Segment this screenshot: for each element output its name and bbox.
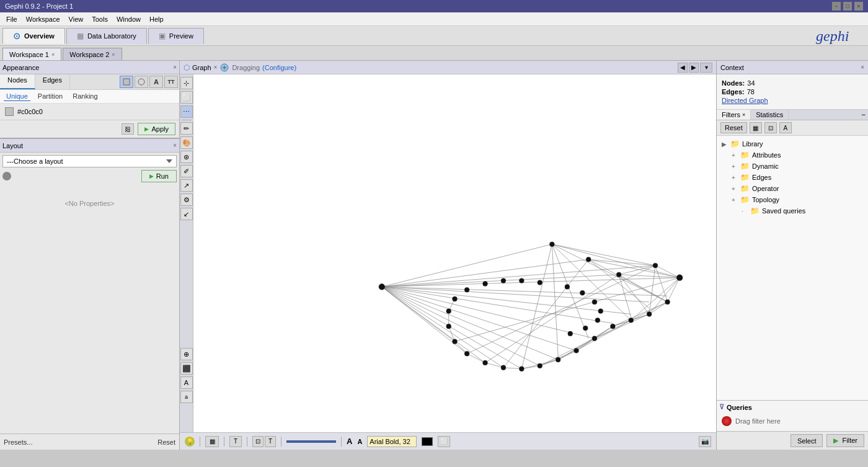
apply-label: Apply [151,125,169,133]
center-tool[interactable]: ⊕ [180,348,193,360]
filter-button[interactable]: ▶ Filter [826,434,864,447]
tree-topology[interactable]: + 📁 Topology [719,194,866,205]
workspace-tab-2[interactable]: Workspace 2 × [63,48,122,60]
statistics-label: Statistics [756,111,783,118]
status-text-btn[interactable]: T [229,436,242,447]
dot-select-tool[interactable]: ⋯ [180,105,193,118]
label-a-tool[interactable]: a [180,391,193,403]
color-tool[interactable] [120,76,133,88]
tab-overview[interactable]: ⊙ Overview [2,28,65,44]
svg-point-90 [501,365,506,370]
apply-button[interactable]: ▶ Apply [138,123,175,135]
nav-next-button[interactable]: ▶ [689,63,699,73]
light-bulb-icon: 💡 [185,437,195,447]
directed-graph-link[interactable]: Directed Graph [722,97,863,104]
settings-tool[interactable]: ⚙ [180,193,193,206]
appearance-close[interactable]: × [173,64,177,71]
graph-canvas[interactable] [193,74,716,432]
pencil-tool[interactable]: ✏ [180,122,193,135]
screenshot-btn[interactable]: 📷 [699,436,711,447]
link-button[interactable]: ⛓ [122,123,134,135]
menu-help[interactable]: Help [146,14,167,24]
screenshot-tool[interactable]: ⬛ [180,362,193,375]
configure-label[interactable]: (Configure) [262,64,296,71]
tree-saved-queries[interactable]: · 📁 Saved queries [719,205,866,216]
label-color-tool[interactable]: A [149,76,163,88]
layout-close[interactable]: × [173,142,177,149]
reset-label[interactable]: Reset [157,438,175,446]
minimize-button[interactable]: − [832,2,841,11]
maximize-button[interactable]: □ [843,2,852,11]
nav-prev-button[interactable]: ◀ [678,63,688,73]
color-hex-label: #c0c0c0 [17,108,43,115]
paint-tool[interactable]: 🎨 [180,136,193,149]
status-separator-2 [224,437,224,447]
size-slider[interactable] [286,440,336,443]
svg-point-87 [556,357,560,362]
tree-attributes[interactable]: + 📁 Attributes [719,149,866,161]
workspace-tab-1[interactable]: Workspace 1 × [2,48,61,60]
select-button[interactable]: Select [790,434,823,447]
rect-select-tool[interactable]: ⬜ [180,91,193,104]
text-select-btn[interactable]: ⊡ [252,436,264,447]
text-type-btn[interactable]: T [265,436,276,447]
workspace-tabs: Workspace 1 × Workspace 2 × [0,46,868,61]
menu-workspace[interactable]: Workspace [22,14,64,24]
tab-preview[interactable]: ▣ Preview [148,28,204,44]
svg-line-45 [613,302,667,326]
graph-close[interactable]: × [214,64,218,71]
nav-menu-button[interactable]: ▾ [700,63,712,73]
tab-data-laboratory[interactable]: ▦ Data Laboratory [66,28,147,44]
font-name-input[interactable] [367,436,417,447]
context-close[interactable]: × [861,64,864,71]
filter-icon-btn-3[interactable]: A [779,122,792,133]
filters-tab[interactable]: Filters × [717,110,751,120]
partition-tab[interactable]: Partition [35,92,65,101]
workspace-1-close[interactable]: × [51,51,55,58]
edge-tool[interactable]: ✐ [180,165,193,177]
workspace-2-close[interactable]: × [112,51,115,58]
edges-tab[interactable]: Edges [35,74,70,89]
node-tool[interactable]: ⊛ [180,151,193,163]
menu-file[interactable]: File [2,14,21,24]
filter-icon-btn-2[interactable]: ⊡ [764,122,777,133]
layout-select[interactable]: ---Choose a layout [2,155,177,167]
presets-label[interactable]: Presets... [4,438,32,446]
select-tool[interactable]: ⊹ [180,77,193,89]
svg-line-27 [552,244,558,357]
statistics-tab[interactable]: Statistics [751,110,789,120]
arrow-tool[interactable]: ↗ [180,179,193,192]
filters-label: Filters [722,111,740,118]
unique-tab[interactable]: Unique [4,92,30,101]
tree-library[interactable]: ▶ 📁 Library [719,138,866,149]
nodes-tab[interactable]: Nodes [0,74,35,89]
menu-view[interactable]: View [65,14,87,24]
svg-point-78 [616,272,621,277]
cursor-tool[interactable]: ↙ [180,208,193,220]
filters-tab-close[interactable]: × [742,112,745,118]
folder-icon-dyn: 📁 [740,162,750,171]
font-color-swatch[interactable] [422,437,433,446]
svg-line-50 [595,320,631,338]
close-button[interactable]: × [854,2,863,11]
tree-edges[interactable]: + 📁 Edges [719,172,866,183]
menu-window[interactable]: Window [113,14,144,24]
status-grid-btn[interactable]: ▦ [205,436,219,447]
edges-label: Edges: [722,88,745,96]
status-extra-btn[interactable]: ⬜ [438,436,450,447]
tree-operator[interactable]: + 📁 Operator [719,183,866,194]
label-size-tool[interactable]: TT [164,76,178,88]
size-tool[interactable] [135,76,148,88]
expand-icon-topo: + [732,197,738,203]
menu-tools[interactable]: Tools [88,14,112,24]
reset-button[interactable]: Reset [720,122,747,133]
ranking-tab[interactable]: Ranking [70,92,100,101]
color-row: #c0c0c0 [0,104,179,120]
svg-line-4 [382,244,552,287]
tree-dynamic[interactable]: + 📁 Dynamic [719,161,866,172]
run-button[interactable]: ▶ Run [141,170,177,182]
label-A-tool[interactable]: A [180,376,193,389]
status-separator-3 [247,437,247,447]
filter-icon-btn-1[interactable]: ▦ [750,122,762,133]
color-swatch[interactable] [5,107,14,116]
